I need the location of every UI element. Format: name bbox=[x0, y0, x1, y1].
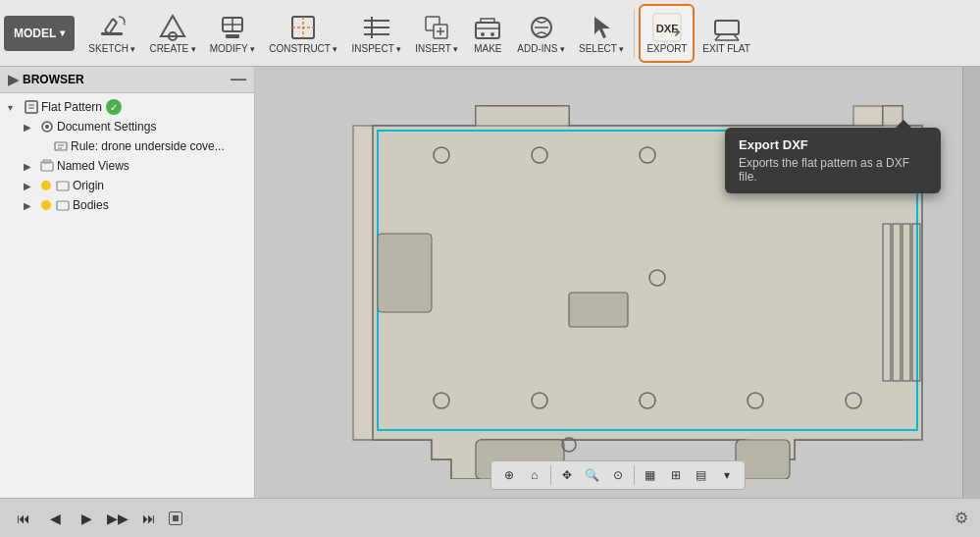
toolbar-make[interactable]: MAKE bbox=[466, 4, 509, 63]
playback-skip-start[interactable]: ⏮ bbox=[12, 507, 35, 530]
toolbar-create[interactable]: CREATE bbox=[143, 4, 201, 63]
svg-rect-34 bbox=[26, 101, 37, 113]
svg-rect-23 bbox=[476, 23, 499, 38]
svg-rect-54 bbox=[569, 293, 628, 327]
playback-bar: ⏮ ◀ ▶ ▶▶ ⏭ ⚙ bbox=[0, 498, 980, 537]
inspect-label: INSPECT bbox=[351, 43, 401, 54]
addins-icon bbox=[526, 12, 557, 43]
modify-label: MODIFY bbox=[210, 43, 255, 54]
sketch-label: SKETCH bbox=[88, 43, 135, 54]
settings-icon[interactable]: ⚙ bbox=[954, 509, 968, 527]
vp-divider-1 bbox=[550, 465, 551, 485]
vp-pan-button[interactable]: ✥ bbox=[555, 463, 579, 487]
browser-title-area: ▶ BROWSER bbox=[8, 72, 84, 87]
toolbar-modify[interactable]: MODIFY bbox=[204, 4, 261, 63]
model-menu-button[interactable]: MODEL ▾ bbox=[4, 16, 75, 51]
flatpattern-label: Flat Pattern bbox=[41, 100, 102, 114]
svg-rect-69 bbox=[173, 515, 179, 521]
browser-title-text: BROWSER bbox=[23, 73, 84, 86]
svg-point-25 bbox=[481, 32, 485, 36]
bodies-arrow: ▶ bbox=[24, 200, 37, 211]
tree-item-flatpattern[interactable]: ▾ Flat Pattern ✓ bbox=[0, 97, 254, 117]
vp-more-button[interactable]: ▾ bbox=[715, 463, 739, 487]
main-area: ▶ BROWSER — ▾ Flat Pattern ✓ ▶ Doc bbox=[0, 67, 980, 498]
addins-label: ADD-INS bbox=[517, 43, 565, 54]
exitflat-label: EXIT FLAT bbox=[702, 43, 750, 54]
construct-label: CONSTRUCT bbox=[269, 43, 337, 54]
modify-icon bbox=[217, 12, 248, 43]
model-arrow: ▾ bbox=[60, 27, 65, 38]
vp-home-button[interactable]: ⌂ bbox=[523, 463, 546, 487]
origin-label: Origin bbox=[73, 179, 104, 192]
playback-skip-end[interactable]: ⏭ bbox=[137, 507, 161, 530]
flatpattern-icon bbox=[24, 99, 39, 115]
tree-item-namedviews[interactable]: ▶ Named Views bbox=[0, 156, 254, 176]
create-icon bbox=[157, 12, 188, 43]
svg-rect-45 bbox=[57, 201, 69, 210]
construct-icon bbox=[287, 12, 319, 43]
docsettings-icon bbox=[39, 119, 55, 134]
insert-icon bbox=[421, 12, 452, 43]
svg-point-38 bbox=[45, 125, 49, 129]
svg-rect-11 bbox=[226, 34, 239, 38]
tree-item-bodies[interactable]: ▶ Bodies bbox=[0, 195, 254, 215]
svg-marker-5 bbox=[123, 23, 126, 26]
toolbar-select[interactable]: SELECT bbox=[573, 4, 630, 63]
rule-icon bbox=[53, 138, 69, 154]
toolbar-addins[interactable]: ADD-INS bbox=[511, 4, 571, 63]
vp-view2-button[interactable]: ⊞ bbox=[664, 463, 688, 487]
tree-item-rule[interactable]: ▶ Rule: drone underside cove... bbox=[0, 136, 254, 156]
toolbar-construct[interactable]: CONSTRUCT bbox=[263, 4, 343, 63]
toolbar-exitflat[interactable]: EXIT FLAT bbox=[696, 4, 756, 63]
playback-prev[interactable]: ◀ bbox=[43, 507, 67, 530]
viewport-bottom-toolbar: ⊕ ⌂ ✥ 🔍 ⊙ ▦ ⊞ ▤ ▾ bbox=[490, 460, 746, 490]
toolbar-sketch[interactable]: SKETCH bbox=[82, 4, 141, 63]
export-dxf-tooltip: Export DXF Exports the flat pattern as a… bbox=[725, 128, 941, 193]
collapse-icon[interactable]: ▶ bbox=[8, 72, 19, 87]
tree-item-origin[interactable]: ▶ Origin bbox=[0, 176, 254, 195]
browser-header: ▶ BROWSER — bbox=[0, 67, 254, 93]
main-toolbar: MODEL ▾ SKETCH CREATE bbox=[0, 0, 980, 67]
svg-rect-47 bbox=[476, 106, 569, 126]
svg-rect-44 bbox=[57, 182, 69, 190]
tree-item-docsettings[interactable]: ▶ Document Settings bbox=[0, 117, 254, 136]
namedviews-icon bbox=[39, 158, 55, 174]
browser-minimize-button[interactable]: — bbox=[231, 71, 246, 88]
browser-tree: ▾ Flat Pattern ✓ ▶ Document Settings ▶ bbox=[0, 93, 254, 498]
svg-line-2 bbox=[113, 19, 117, 23]
bodies-label: Bodies bbox=[73, 198, 109, 212]
vp-divider-2 bbox=[634, 465, 635, 485]
toolbar-export[interactable]: DXF EXPORT bbox=[639, 4, 695, 63]
toolbar-divider bbox=[634, 9, 635, 58]
vp-view1-button[interactable]: ▦ bbox=[639, 463, 662, 487]
vp-zoom-fit-button[interactable]: ⊙ bbox=[606, 463, 630, 487]
playback-play[interactable]: ▶ bbox=[75, 507, 98, 530]
viewport[interactable]: ⊕ ⌂ ✥ 🔍 ⊙ ▦ ⊞ ▤ ▾ Export DXF Exports the… bbox=[255, 67, 980, 498]
toolbar-insert[interactable]: INSERT bbox=[409, 4, 464, 63]
svg-rect-0 bbox=[101, 32, 123, 35]
origin-dot bbox=[41, 181, 51, 190]
select-icon bbox=[586, 12, 617, 43]
bodies-dot bbox=[41, 200, 51, 210]
exitflat-icon bbox=[711, 12, 743, 43]
viewport-scrollbar[interactable] bbox=[962, 67, 980, 498]
tooltip-description: Exports the flat pattern as a DXF file. bbox=[739, 156, 927, 184]
origin-icon bbox=[55, 178, 71, 193]
create-label: CREATE bbox=[149, 43, 195, 54]
svg-rect-39 bbox=[55, 142, 67, 150]
flatpattern-badge: ✓ bbox=[106, 99, 122, 115]
docsettings-label: Document Settings bbox=[57, 120, 156, 134]
export-label: EXPORT bbox=[646, 43, 687, 54]
namedviews-label: Named Views bbox=[57, 159, 129, 173]
svg-rect-32 bbox=[715, 21, 739, 34]
vp-view3-button[interactable]: ▤ bbox=[690, 463, 713, 487]
playback-next[interactable]: ▶▶ bbox=[106, 507, 129, 530]
docsettings-arrow: ▶ bbox=[24, 122, 37, 133]
vp-zoom-in-button[interactable]: 🔍 bbox=[581, 463, 604, 487]
timeline-marker-icon[interactable] bbox=[169, 511, 182, 525]
vp-reset-button[interactable]: ⊕ bbox=[497, 463, 521, 487]
svg-rect-49 bbox=[378, 234, 432, 312]
namedviews-arrow: ▶ bbox=[24, 161, 37, 172]
toolbar-inspect[interactable]: INSPECT bbox=[345, 4, 407, 63]
origin-arrow: ▶ bbox=[24, 181, 37, 191]
